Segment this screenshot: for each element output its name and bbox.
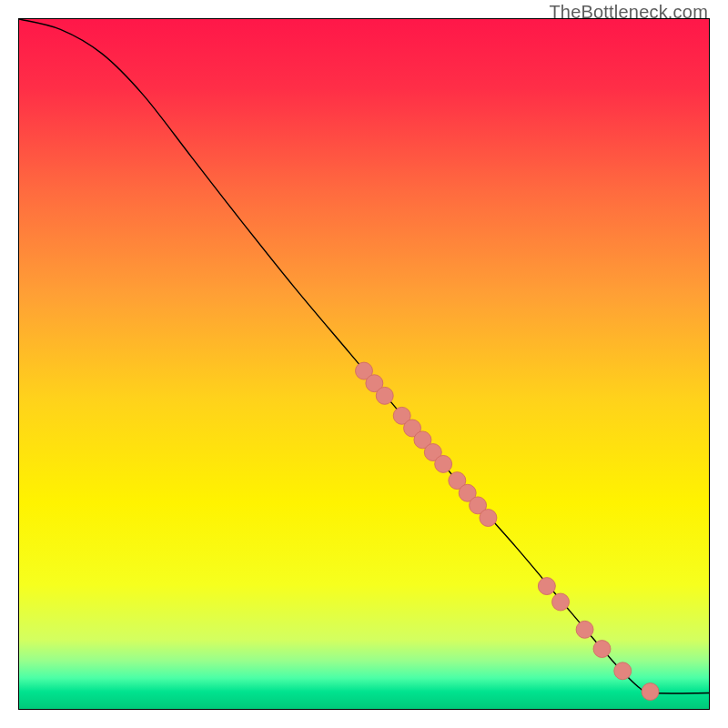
chart-svg: [19, 19, 709, 709]
data-marker: [552, 593, 570, 611]
chart-stage: TheBottleneck.com: [0, 0, 728, 728]
plot-area: [18, 18, 710, 710]
data-marker: [576, 621, 593, 638]
data-marker: [642, 683, 659, 701]
bottleneck-curve: [19, 19, 709, 693]
data-markers: [356, 362, 660, 700]
data-marker: [435, 455, 452, 472]
data-marker: [480, 510, 497, 527]
data-marker: [593, 641, 611, 658]
data-marker: [614, 662, 632, 680]
data-marker: [376, 387, 393, 404]
data-marker: [538, 578, 555, 595]
